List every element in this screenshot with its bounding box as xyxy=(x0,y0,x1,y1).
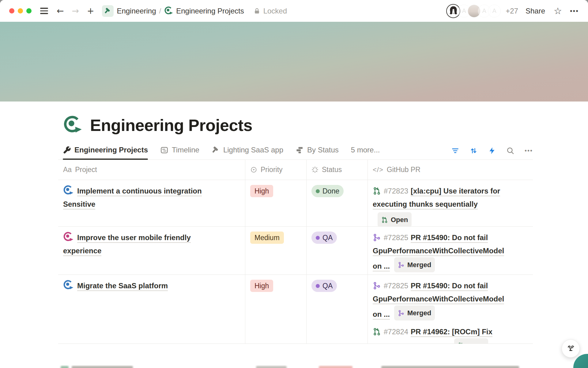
sidebar-menu-icon[interactable] xyxy=(40,8,48,14)
projects-table: Aa Project Priority Status </> GitHub PR xyxy=(58,160,533,344)
avatar-overflow-count[interactable]: +27 xyxy=(506,7,518,15)
github-pr-cell[interactable]: #72825PR #15490: Do not fail GpuPerforma… xyxy=(368,275,533,344)
page-cycle-icon[interactable] xyxy=(63,116,82,135)
status-cell[interactable]: QA xyxy=(306,275,368,344)
column-header-project[interactable]: Aa Project xyxy=(58,160,245,180)
pr-link[interactable]: PR #15490: Do not fail xyxy=(411,282,488,291)
tab-lighting-saas-app[interactable]: Lighting SaaS app xyxy=(212,142,283,159)
avatar-stack: A A A xyxy=(446,4,501,18)
table-more-icon[interactable]: ••• xyxy=(525,147,533,154)
pr-entry: #72823[xla:cpu] Use iterators for execut… xyxy=(373,184,530,227)
locked-indicator[interactable]: Locked xyxy=(253,7,287,15)
project-link[interactable]: Implement a continuous integration xyxy=(77,187,202,196)
text-type-icon: Aa xyxy=(63,166,72,174)
tab-label: Timeline xyxy=(172,146,199,154)
select-type-icon xyxy=(250,166,257,173)
breadcrumb-separator: / xyxy=(159,7,161,15)
search-icon[interactable] xyxy=(506,147,514,155)
project-cell[interactable]: Improve the user mobile friendly experie… xyxy=(58,227,245,274)
pr-merged-icon xyxy=(373,232,381,241)
share-button[interactable]: Share xyxy=(526,7,545,15)
github-pr-cell[interactable]: #72825PR #15490: Do not fail GpuPerforma… xyxy=(368,227,533,274)
status-tag: QA xyxy=(311,232,337,244)
pr-link[interactable]: on ... xyxy=(373,262,390,271)
clipped-tag xyxy=(319,366,352,368)
breadcrumb-teamspace[interactable]: Engineering xyxy=(117,7,156,15)
priority-cell[interactable]: High xyxy=(245,180,306,227)
status-cell[interactable]: QA xyxy=(306,227,368,274)
notion-window: ← → + Engineering / Engineering Projects… xyxy=(0,0,588,368)
table-row: Migrate the SaaS platform High QA #72825… xyxy=(58,275,533,344)
zoom-window-button[interactable] xyxy=(26,8,32,13)
column-label: GitHub PR xyxy=(387,166,420,174)
minimize-window-button[interactable] xyxy=(18,8,23,13)
clipped-icon xyxy=(61,366,69,368)
automation-bolt-icon[interactable] xyxy=(488,147,496,155)
sort-icon[interactable] xyxy=(469,147,478,155)
pr-state-badge[interactable]: Open xyxy=(454,338,488,344)
status-cell[interactable]: Done xyxy=(306,180,368,227)
breadcrumb-page[interactable]: Engineering Projects xyxy=(176,7,244,15)
pr-link[interactable]: executing thunks sequentially xyxy=(373,200,478,209)
pr-link[interactable]: PR #15490: Do not fail xyxy=(411,233,488,243)
status-type-icon xyxy=(311,166,318,173)
pr-link[interactable]: on ... xyxy=(373,310,390,320)
notion-ai-button[interactable] xyxy=(562,339,580,358)
pr-link[interactable]: an issue with Softmax xyxy=(373,343,450,344)
forward-button[interactable]: → xyxy=(72,7,79,15)
pr-link[interactable]: PR #14962: [ROCm] Fix xyxy=(411,328,492,337)
pr-state-badge[interactable]: Open xyxy=(378,212,412,227)
page-title[interactable]: Engineering Projects xyxy=(90,116,252,135)
pr-number: #72823 xyxy=(384,187,408,195)
page-body: Engineering Projects Engineering Project… xyxy=(0,116,588,344)
project-link[interactable]: Migrate the SaaS platform xyxy=(77,282,168,291)
pr-state-badge[interactable]: Merged xyxy=(394,257,435,272)
close-window-button[interactable] xyxy=(9,8,14,13)
tab-timeline[interactable]: Timeline xyxy=(160,142,199,159)
more-options-icon[interactable]: ••• xyxy=(570,7,579,15)
pr-entry: #72824PR #14962: [ROCm] Fix an issue wit… xyxy=(373,325,530,344)
pr-link[interactable]: [xla:cpu] Use iterators for xyxy=(411,187,500,196)
breadcrumb: Engineering / Engineering Projects xyxy=(102,5,244,17)
back-button[interactable]: ← xyxy=(57,7,64,15)
table-header-row: Aa Project Priority Status </> GitHub PR xyxy=(58,160,533,180)
column-header-status[interactable]: Status xyxy=(306,160,368,180)
tab-more-views[interactable]: 5 more... xyxy=(351,142,380,159)
project-cycle-icon xyxy=(63,232,74,242)
tab-label: Engineering Projects xyxy=(74,146,148,154)
project-cell[interactable]: Migrate the SaaS platform xyxy=(58,275,245,344)
priority-tag: High xyxy=(250,185,273,197)
project-link[interactable]: experience xyxy=(63,247,101,256)
new-page-button[interactable]: + xyxy=(87,7,94,15)
wrench-icon xyxy=(63,146,71,154)
locked-label: Locked xyxy=(263,7,287,15)
tab-by-status[interactable]: By Status xyxy=(296,142,339,159)
tab-engineering-projects[interactable]: Engineering Projects xyxy=(63,142,148,159)
priority-tag: High xyxy=(250,280,273,292)
github-pr-cell[interactable]: #72823[xla:cpu] Use iterators for execut… xyxy=(368,180,533,227)
window-controls xyxy=(9,8,32,13)
project-link[interactable]: Improve the user mobile friendly xyxy=(77,233,191,243)
teamspace-hammer-icon[interactable] xyxy=(102,5,114,17)
board-icon xyxy=(296,146,304,154)
pr-open-icon xyxy=(373,327,381,335)
ai-face-icon xyxy=(566,343,576,354)
column-header-priority[interactable]: Priority xyxy=(245,160,306,180)
favorite-star-icon[interactable]: ☆ xyxy=(554,6,562,16)
pr-link[interactable]: GpuPerformanceWithCollectiveModel xyxy=(373,295,504,304)
priority-cell[interactable]: Medium xyxy=(245,227,306,274)
page-cycle-icon xyxy=(164,6,173,15)
pr-state-badge[interactable]: Merged xyxy=(394,305,435,320)
avatar[interactable]: A xyxy=(488,5,501,17)
project-cell[interactable]: Implement a continuous integration Sensi… xyxy=(58,180,245,227)
view-actions: ••• xyxy=(451,147,533,155)
project-link[interactable]: Sensitive xyxy=(63,200,95,209)
priority-cell[interactable]: High xyxy=(245,275,306,344)
pr-link[interactable]: GpuPerformanceWithCollectiveModel xyxy=(373,247,504,256)
pr-entry: #72825PR #15490: Do not fail GpuPerforma… xyxy=(373,231,530,273)
cover-image[interactable] xyxy=(0,22,588,102)
filter-icon[interactable] xyxy=(451,147,459,155)
lock-icon xyxy=(253,7,261,15)
priority-tag: Medium xyxy=(250,232,284,244)
column-header-github-pr[interactable]: </> GitHub PR xyxy=(368,160,533,180)
